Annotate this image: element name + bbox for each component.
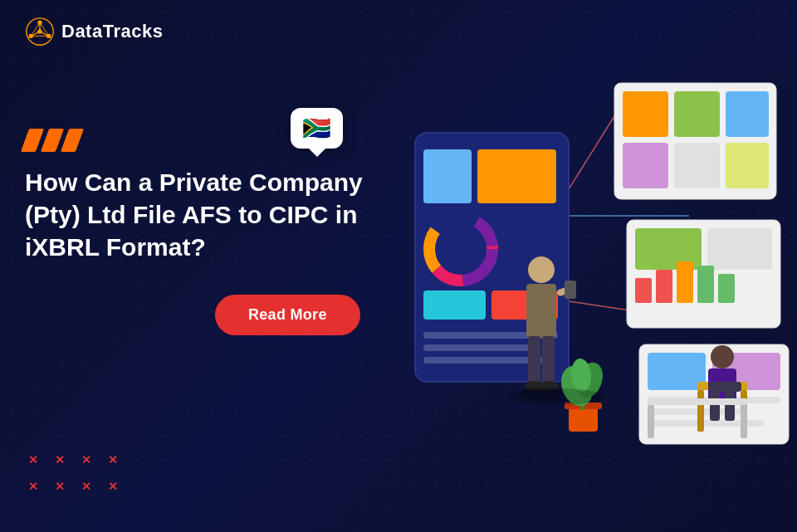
datatracks-logo-icon (25, 17, 55, 46)
svg-rect-49 (528, 336, 540, 386)
svg-rect-27 (623, 91, 668, 137)
svg-rect-21 (423, 290, 486, 320)
svg-rect-50 (542, 336, 555, 386)
svg-rect-61 (708, 382, 741, 392)
main-heading: How Can a Private Company (Pty) Ltd File… (25, 166, 382, 263)
x-mark-5: ✕ (25, 478, 42, 495)
svg-rect-66 (741, 405, 747, 438)
svg-rect-28 (674, 91, 720, 137)
x-mark-8: ✕ (105, 478, 121, 495)
svg-rect-37 (656, 270, 672, 303)
x-mark-6: ✕ (51, 478, 68, 495)
x-pattern-decoration: ✕ ✕ ✕ ✕ ✕ ✕ ✕ ✕ (25, 451, 121, 495)
svg-rect-24 (423, 344, 531, 351)
illustration-svg (332, 50, 797, 515)
svg-rect-42 (648, 353, 706, 390)
svg-rect-36 (635, 278, 652, 303)
header: DataTracks (25, 17, 163, 46)
svg-rect-48 (526, 284, 556, 338)
x-mark-2: ✕ (51, 451, 68, 468)
svg-rect-15 (477, 149, 556, 203)
x-mark-4: ✕ (105, 451, 121, 468)
svg-rect-39 (697, 266, 714, 303)
svg-point-20 (443, 231, 479, 267)
svg-rect-25 (423, 357, 544, 364)
svg-rect-30 (623, 143, 668, 188)
svg-rect-62 (710, 392, 720, 421)
svg-rect-55 (565, 281, 576, 299)
svg-point-73 (506, 388, 606, 405)
svg-rect-57 (697, 390, 704, 432)
svg-rect-35 (707, 228, 772, 270)
svg-rect-32 (726, 143, 769, 188)
logo-text: DataTracks (61, 21, 163, 42)
svg-rect-38 (677, 261, 693, 303)
svg-rect-65 (648, 405, 654, 438)
svg-rect-40 (718, 274, 735, 303)
page-container: DataTracks 🇿🇦 How Can a Private Company … (0, 0, 797, 532)
svg-point-59 (711, 345, 734, 368)
svg-rect-64 (648, 398, 747, 405)
svg-rect-63 (725, 392, 735, 421)
x-mark-7: ✕ (78, 478, 95, 495)
svg-rect-29 (726, 91, 769, 137)
svg-rect-16 (423, 149, 472, 203)
slash-2 (41, 129, 64, 152)
x-mark-3: ✕ (78, 451, 95, 468)
illustration-area (332, 50, 797, 515)
slash-1 (21, 129, 44, 152)
svg-rect-31 (674, 143, 720, 188)
slash-3 (61, 129, 84, 152)
decorative-slashes (25, 129, 80, 152)
x-mark-1: ✕ (25, 451, 42, 468)
svg-point-47 (528, 256, 555, 283)
